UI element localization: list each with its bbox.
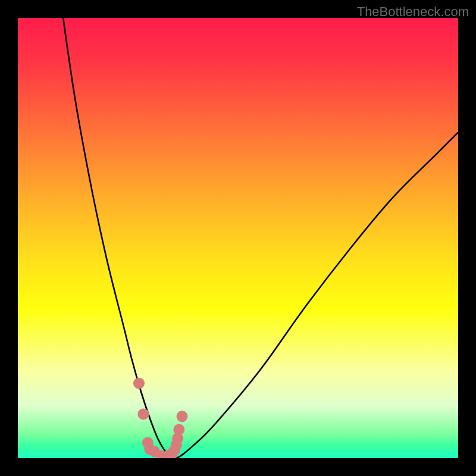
curve-layer: [18, 18, 458, 458]
watermark-text: TheBottleneck.com: [357, 4, 469, 20]
marker-point: [173, 424, 184, 435]
marker-point: [133, 378, 145, 389]
chart-frame: TheBottleneck.com: [0, 0, 476, 476]
marker-point: [177, 411, 188, 422]
marker-point: [137, 409, 149, 420]
plot-area: [18, 18, 458, 458]
bottleneck-curve: [18, 18, 458, 458]
highlight-markers: [133, 378, 188, 458]
